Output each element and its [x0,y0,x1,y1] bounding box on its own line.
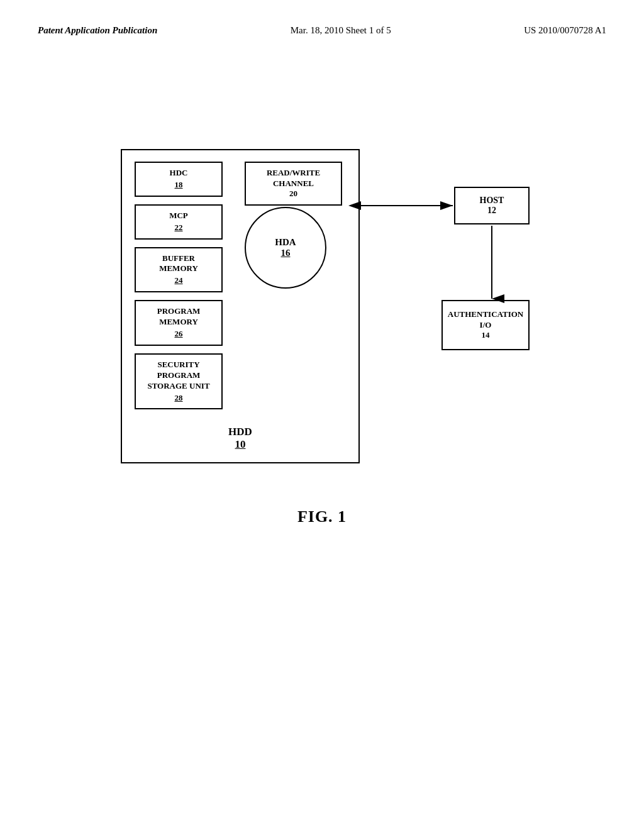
hdc-label: HDC [170,168,188,177]
auth-label: AUTHENTICATIONI/O [448,309,523,331]
diagram-wrapper: HDC 18 MCP 22 BUFFERMEMORY 24 PROGRAMMEM… [102,136,542,489]
left-column: HDC 18 MCP 22 BUFFERMEMORY 24 PROGRAMMEM… [135,162,223,409]
hdc-box: HDC 18 [135,162,223,197]
mcp-box: MCP 22 [135,204,223,240]
header-date-sheet: Mar. 18, 2010 Sheet 1 of 5 [291,25,391,36]
hdd-name: HDD [228,426,252,438]
buffer-memory-box: BUFFERMEMORY 24 [135,247,223,293]
hdd-outer-box: HDC 18 MCP 22 BUFFERMEMORY 24 PROGRAMMEM… [121,149,360,463]
buffer-memory-label: BUFFERMEMORY [159,253,198,274]
hda-number: 16 [281,248,291,258]
header: Patent Application Publication Mar. 18, … [38,25,606,36]
program-memory-label: PROGRAMMEMORY [157,306,201,326]
mcp-number: 22 [142,223,215,233]
security-program-number: 28 [142,393,215,404]
program-memory-number: 26 [142,329,215,340]
figure-caption: FIG. 1 [38,507,606,526]
mcp-label: MCP [169,211,188,220]
header-publication-label: Patent Application Publication [38,25,157,36]
auth-box: AUTHENTICATIONI/O 14 [441,300,530,350]
diagram-container: HDC 18 MCP 22 BUFFERMEMORY 24 PROGRAMMEM… [38,136,606,489]
hda-label: HDA [275,237,296,248]
hda-circle: HDA 16 [245,207,326,289]
rw-channel-box: READ/WRITECHANNEL 20 [245,162,342,206]
auth-number: 14 [482,330,490,341]
host-label: HOST [480,196,504,206]
program-memory-box: PROGRAMMEMORY 26 [135,300,223,346]
security-program-box: SECURITYPROGRAMSTORAGE UNIT 28 [135,353,223,410]
page: Patent Application Publication Mar. 18, … [0,0,644,830]
hdc-number: 18 [142,180,215,191]
hdd-label: HDD 10 [228,426,252,451]
header-patent-number: US 2010/0070728 A1 [524,25,606,36]
security-program-label: SECURITYPROGRAMSTORAGE UNIT [147,360,209,390]
host-box: HOST 12 [454,187,530,224]
rw-channel-number: 20 [289,189,297,199]
host-number: 12 [487,206,496,216]
hdd-number: 10 [228,438,252,451]
buffer-memory-number: 24 [142,275,215,286]
rw-channel-label: READ/WRITECHANNEL [267,168,320,189]
